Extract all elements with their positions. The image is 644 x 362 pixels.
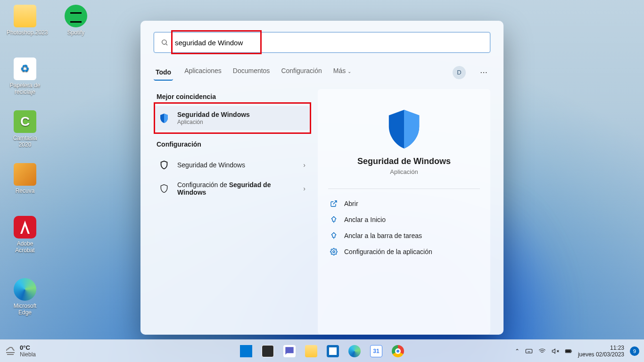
shield-icon: [157, 112, 171, 125]
notification-badge[interactable]: 9: [630, 346, 639, 356]
app-icon: [14, 216, 36, 239]
result-preview-pane: Seguridad de Windows Aplicación Abrir An…: [318, 89, 490, 334]
wifi-icon[interactable]: [538, 347, 546, 355]
icon-label: Adobe Acrobat: [7, 240, 43, 254]
preview-title: Seguridad de Windows: [328, 156, 480, 166]
edge-button[interactable]: [345, 342, 364, 361]
icon-label: Recuva: [7, 188, 43, 194]
shield-settings-icon: [157, 158, 171, 172]
icon-label: Spotify: [58, 29, 94, 36]
svg-marker-5: [552, 349, 555, 353]
desktop-icon-spotify[interactable]: Spotify: [58, 5, 94, 36]
weather-widget[interactable]: 0°C Niebla: [5, 344, 36, 358]
search-tabs: Todo Aplicaciones Documentos Configuraci…: [154, 64, 490, 81]
svg-point-0: [162, 40, 166, 44]
app-icon: [14, 110, 36, 133]
result-config-seguridad-windows[interactable]: Configuración de Seguridad de Windows ›: [154, 176, 309, 201]
app-icon: [14, 58, 36, 80]
svg-rect-10: [566, 350, 570, 352]
explorer-button[interactable]: [302, 342, 321, 361]
desktop-icon-photoshop-2023[interactable]: Photoshop.2023: [7, 5, 43, 36]
start-button[interactable]: [237, 342, 256, 361]
desktop-icon-camtasia-2020[interactable]: Camtasia 2020: [7, 110, 43, 148]
tab-mas[interactable]: Más ⌄: [333, 67, 351, 78]
result-seguridad-windows-app[interactable]: Seguridad de Windows Aplicación: [154, 106, 309, 130]
app-icon: [65, 5, 87, 27]
icon-label: Papelera de reciclaje: [7, 82, 43, 95]
desktop-icon-papelera-de-reciclaje[interactable]: Papelera de reciclaje: [7, 58, 43, 95]
icon-label: Camtasia 2020: [7, 135, 43, 148]
action-app-settings[interactable]: Configuración de la aplicación: [328, 244, 480, 260]
chat-button[interactable]: [280, 342, 299, 361]
more-options-button[interactable]: ⋯: [477, 68, 490, 77]
tab-configuracion[interactable]: Configuración: [281, 67, 322, 78]
chrome-button[interactable]: [388, 342, 407, 361]
chevron-right-icon: ›: [303, 185, 305, 192]
action-pin-start[interactable]: Anclar a Inicio: [328, 212, 480, 228]
svg-line-1: [166, 44, 167, 45]
search-input[interactable]: [174, 38, 483, 47]
calendar-button[interactable]: 31: [367, 342, 386, 361]
result-seguridad-windows-setting[interactable]: Seguridad de Windows ›: [154, 154, 309, 176]
action-pin-taskbar[interactable]: Anclar a la barra de tareas: [328, 228, 480, 244]
desktop-icon-microsoft-edge[interactable]: Microsoft Edge: [7, 278, 43, 316]
chevron-right-icon: ›: [303, 161, 305, 169]
battery-icon[interactable]: [565, 347, 572, 355]
keyboard-icon[interactable]: [525, 347, 533, 355]
search-box[interactable]: [154, 32, 490, 53]
weather-fog-icon: [5, 346, 16, 357]
tray-expand-icon[interactable]: ⌃: [515, 348, 520, 354]
tab-documentos[interactable]: Documentos: [233, 67, 270, 78]
icon-label: Microsoft Edge: [7, 303, 43, 316]
app-icon: [14, 278, 36, 301]
task-view-button[interactable]: [258, 342, 277, 361]
icon-label: Photoshop.2023: [7, 29, 43, 36]
start-search-panel: Todo Aplicaciones Documentos Configuraci…: [140, 21, 504, 335]
preview-subtitle: Aplicación: [328, 168, 480, 175]
store-button[interactable]: [323, 342, 342, 361]
app-icon: [14, 163, 36, 186]
svg-line-2: [333, 201, 337, 204]
config-header: Configuración: [157, 140, 306, 148]
desktop-icon-recuva[interactable]: Recuva: [7, 163, 43, 194]
action-open[interactable]: Abrir: [328, 196, 480, 212]
taskbar-clock[interactable]: 11:23 jueves 02/03/2023: [578, 345, 624, 358]
user-avatar[interactable]: D: [453, 66, 466, 79]
taskbar: 0°C Niebla 31 ⌃ 11:23 jueves 02/03/2023: [0, 339, 644, 362]
app-icon: [14, 5, 36, 27]
volume-muted-icon[interactable]: [552, 347, 559, 355]
best-match-header: Mejor coincidencia: [157, 93, 306, 100]
svg-point-3: [333, 251, 335, 253]
tab-aplicaciones[interactable]: Aplicaciones: [184, 67, 222, 78]
svg-rect-4: [526, 349, 532, 353]
tab-todo[interactable]: Todo: [154, 64, 173, 81]
desktop-icon-adobe-acrobat[interactable]: Adobe Acrobat: [7, 216, 43, 254]
shield-outline-icon: [157, 182, 171, 195]
search-icon: [161, 39, 168, 46]
shield-large-icon: [387, 110, 421, 150]
